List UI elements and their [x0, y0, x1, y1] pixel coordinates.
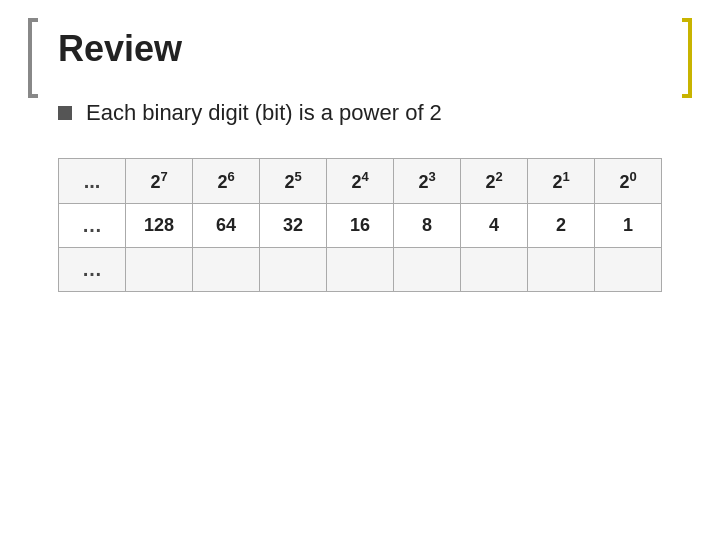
cell-r2c7: 2 [528, 204, 595, 248]
cell-r1c3: 25 [260, 159, 327, 204]
cell-r2c5: 8 [394, 204, 461, 248]
cell-r2c3: 32 [260, 204, 327, 248]
cell-r2c1: 128 [126, 204, 193, 248]
cell-r1c0: ... [59, 159, 126, 204]
cell-r1c4: 24 [327, 159, 394, 204]
cell-r2c6: 4 [461, 204, 528, 248]
cell-r3c0: … [59, 248, 126, 292]
cell-r2c4: 16 [327, 204, 394, 248]
cell-r1c7: 21 [528, 159, 595, 204]
cell-r2c2: 64 [193, 204, 260, 248]
cell-r2c8: 1 [595, 204, 662, 248]
cell-r3c4 [327, 248, 394, 292]
page-title: Review [58, 28, 182, 70]
cell-r1c8: 20 [595, 159, 662, 204]
cell-r2c0: … [59, 204, 126, 248]
cell-r1c2: 26 [193, 159, 260, 204]
bracket-right [682, 18, 692, 98]
cell-r1c5: 23 [394, 159, 461, 204]
cell-r3c2 [193, 248, 260, 292]
bracket-left [28, 18, 38, 98]
table-row-exponents: ... 27 26 25 24 23 22 21 20 [59, 159, 662, 204]
cell-r3c6 [461, 248, 528, 292]
main-content: Each binary digit (bit) is a power of 2 … [58, 100, 662, 292]
powers-table-wrapper: ... 27 26 25 24 23 22 21 20 … 128 64 32 … [58, 158, 662, 292]
powers-table: ... 27 26 25 24 23 22 21 20 … 128 64 32 … [58, 158, 662, 292]
cell-r1c6: 22 [461, 159, 528, 204]
cell-r3c3 [260, 248, 327, 292]
table-row-values: … 128 64 32 16 8 4 2 1 [59, 204, 662, 248]
cell-r3c8 [595, 248, 662, 292]
cell-r1c1: 27 [126, 159, 193, 204]
table-row-empty: … [59, 248, 662, 292]
cell-r3c5 [394, 248, 461, 292]
cell-r3c1 [126, 248, 193, 292]
bullet-item: Each binary digit (bit) is a power of 2 [58, 100, 662, 126]
cell-r3c7 [528, 248, 595, 292]
bullet-text: Each binary digit (bit) is a power of 2 [86, 100, 442, 126]
bullet-icon [58, 106, 72, 120]
